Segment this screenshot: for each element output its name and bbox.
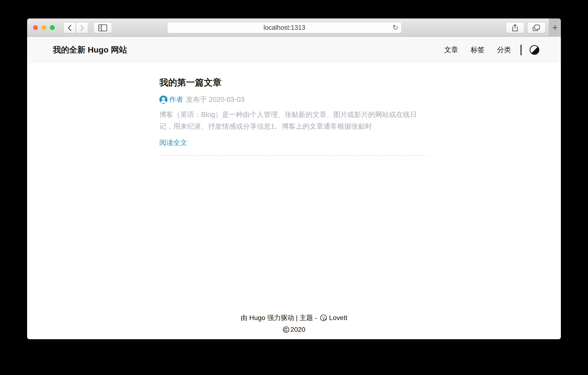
post-excerpt: 博客（英语：Blog）是一种由个人管理、张贴新的文章、图片或影片的网站或在线日记…	[159, 109, 429, 132]
web-page: 我的全新 Hugo 网站 文章 标签 分类 我的第一篇文章	[27, 37, 561, 339]
theme-link[interactable]: LoveIt	[329, 314, 347, 322]
sidebar-icon	[98, 24, 107, 32]
nav-item-posts[interactable]: 文章	[444, 45, 458, 55]
address-bar[interactable]: localhost:1313 ↻	[167, 22, 401, 33]
author-link[interactable]: 作者	[169, 95, 183, 104]
user-circle-icon	[159, 96, 168, 104]
close-window-button[interactable]	[33, 25, 38, 30]
kissing-face-icon	[320, 314, 327, 321]
post-meta: 作者 发布于 2020-03-03	[159, 95, 429, 104]
post-summary: 我的第一篇文章 作者 发布于 2020-03-03	[159, 76, 429, 156]
plus-icon: +	[552, 22, 558, 33]
browser-toolbar: localhost:1313 ↻ +	[27, 19, 561, 37]
minimize-window-button[interactable]	[42, 25, 46, 30]
footer-copyright: 2020	[27, 326, 561, 333]
post-divider	[159, 155, 429, 156]
copyright-icon	[283, 326, 289, 333]
show-all-tabs-button[interactable]	[527, 22, 546, 33]
url-text: localhost:1313	[263, 24, 305, 32]
forward-button[interactable]	[76, 22, 88, 33]
zoom-window-button[interactable]	[50, 25, 55, 30]
sidebar-toggle-button[interactable]	[94, 22, 112, 33]
publish-date: 发布于 2020-03-03	[186, 95, 244, 104]
site-title-link[interactable]: 我的全新 Hugo 网站	[53, 44, 127, 55]
chevron-left-icon	[67, 24, 72, 31]
browser-window: localhost:1313 ↻ +	[27, 19, 561, 339]
nav-separator	[521, 45, 522, 55]
back-button[interactable]	[63, 22, 76, 33]
read-more-link[interactable]: 阅读全文	[159, 138, 187, 148]
theme-toggle-icon[interactable]	[530, 45, 539, 55]
nav-item-tags[interactable]: 标签	[471, 45, 484, 55]
footer-powered-by: 由 Hugo 强力驱动 | 主题 - LoveIt	[27, 313, 561, 322]
site-nav: 文章 标签 分类	[432, 45, 539, 55]
share-button[interactable]	[506, 22, 524, 33]
powered-by-text: 由 Hugo 强力驱动 | 主题 -	[241, 313, 317, 322]
chevron-right-icon	[79, 24, 85, 31]
copyright-year: 2020	[290, 326, 305, 333]
reload-icon[interactable]: ↻	[392, 23, 399, 32]
post-title-link[interactable]: 我的第一篇文章	[159, 76, 429, 89]
new-tab-button[interactable]: +	[549, 19, 561, 37]
nav-item-categories[interactable]: 分类	[497, 45, 511, 55]
site-footer: 由 Hugo 强力驱动 | 主题 - LoveIt	[27, 313, 561, 333]
share-icon	[512, 24, 518, 32]
post-list: 我的第一篇文章 作者 发布于 2020-03-03	[159, 76, 429, 156]
site-header: 我的全新 Hugo 网站 文章 标签 分类	[27, 37, 561, 63]
tabs-overview-icon	[533, 24, 540, 32]
